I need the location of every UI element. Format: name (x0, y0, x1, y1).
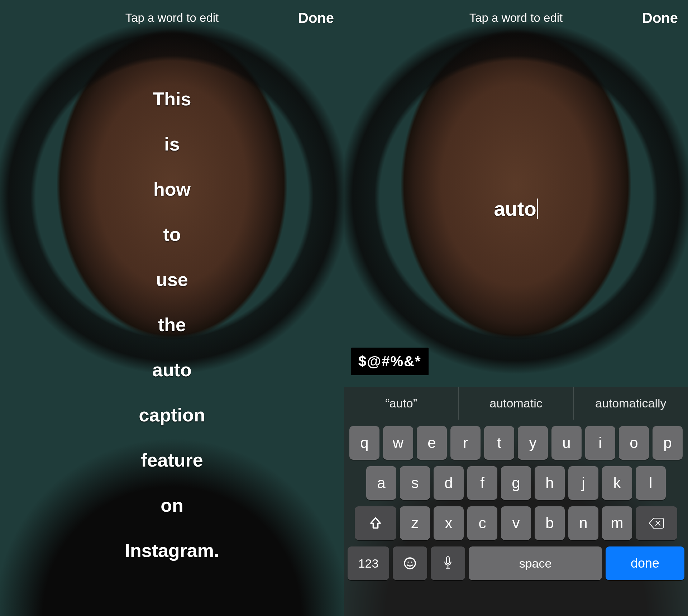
key-row-1: q w e r t y u i o p (344, 426, 688, 460)
key-u[interactable]: u (551, 426, 582, 460)
key-r[interactable]: r (450, 426, 481, 460)
caption-word[interactable]: feature (141, 451, 203, 469)
edit-word-value: auto (494, 197, 536, 220)
dictation-key[interactable] (431, 546, 465, 580)
svg-point-1 (407, 562, 408, 563)
caption-word[interactable]: This (153, 90, 191, 108)
key-k[interactable]: k (602, 466, 632, 500)
done-button[interactable]: Done (642, 0, 678, 36)
key-w[interactable]: w (383, 426, 413, 460)
key-row-2: a s d f g h j k l (344, 466, 688, 500)
emoji-icon (403, 556, 417, 570)
header-bar: Tap a word to edit Done (0, 0, 344, 36)
key-n[interactable]: n (568, 506, 598, 540)
key-b[interactable]: b (535, 506, 565, 540)
emoji-key[interactable] (393, 546, 427, 580)
key-x[interactable]: x (434, 506, 464, 540)
caption-word[interactable]: how (153, 180, 191, 199)
caption-word[interactable]: the (158, 315, 186, 334)
caption-word[interactable]: use (156, 270, 188, 289)
tap-to-edit-hint: Tap a word to edit (125, 11, 219, 25)
key-j[interactable]: j (568, 466, 598, 500)
tap-to-edit-hint: Tap a word to edit (469, 11, 563, 25)
caption-word[interactable]: auto (152, 360, 192, 379)
key-v[interactable]: v (501, 506, 531, 540)
key-p[interactable]: p (653, 426, 683, 460)
key-c[interactable]: c (467, 506, 497, 540)
key-row-3: z x c v b n m (344, 506, 688, 540)
caption-word[interactable]: on (161, 496, 183, 515)
done-button[interactable]: Done (298, 0, 334, 36)
key-l[interactable]: l (636, 466, 666, 500)
caption-word[interactable]: Instagram. (125, 541, 219, 560)
screen-caption-preview: Tap a word to edit Done This is how to u… (0, 0, 344, 616)
key-z[interactable]: z (400, 506, 430, 540)
shift-icon (368, 516, 383, 530)
suggestion[interactable]: automatic (458, 387, 573, 420)
key-row-4: 123 (344, 546, 688, 580)
keyboard-done-key[interactable]: done (606, 546, 684, 580)
key-f[interactable]: f (467, 466, 497, 500)
key-d[interactable]: d (434, 466, 464, 500)
suggestion[interactable]: automatically (573, 387, 688, 420)
key-o[interactable]: o (619, 426, 649, 460)
key-t[interactable]: t (484, 426, 514, 460)
caption-word[interactable]: caption (139, 406, 205, 424)
space-key[interactable]: space (469, 546, 602, 580)
numbers-key[interactable]: 123 (348, 546, 389, 580)
svg-point-2 (411, 562, 412, 563)
key-e[interactable]: e (417, 426, 447, 460)
screen-word-edit: Tap a word to edit Done auto $@#%&* “aut… (344, 0, 688, 616)
delete-key[interactable] (636, 506, 677, 540)
delete-icon (649, 517, 664, 529)
shift-key[interactable] (355, 506, 396, 540)
caption-word[interactable]: is (164, 135, 180, 153)
key-i[interactable]: i (585, 426, 615, 460)
suggestion-row: “auto” automatic automatically (344, 387, 688, 420)
svg-rect-3 (446, 557, 449, 564)
svg-point-0 (405, 558, 415, 569)
caption-word[interactable]: to (163, 225, 181, 244)
censor-chip[interactable]: $@#%&* (351, 348, 429, 375)
key-a[interactable]: a (366, 466, 396, 500)
key-h[interactable]: h (535, 466, 565, 500)
microphone-icon (443, 556, 453, 571)
caption-word-stack: This is how to use the auto caption feat… (0, 90, 344, 560)
key-g[interactable]: g (501, 466, 531, 500)
key-s[interactable]: s (400, 466, 430, 500)
text-caret (537, 199, 538, 219)
key-y[interactable]: y (518, 426, 548, 460)
suggestion[interactable]: “auto” (344, 387, 458, 420)
key-q[interactable]: q (349, 426, 379, 460)
header-bar: Tap a word to edit Done (344, 0, 688, 36)
ios-keyboard: “auto” automatic automatically q w e r t… (344, 387, 688, 616)
edit-word-input[interactable]: auto (494, 197, 538, 220)
key-m[interactable]: m (602, 506, 632, 540)
